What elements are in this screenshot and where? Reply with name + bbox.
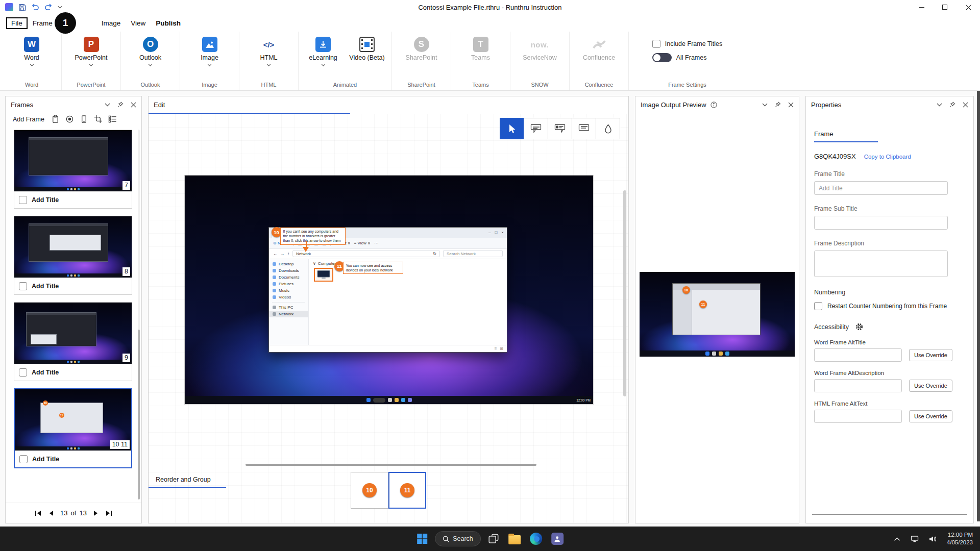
publish-powerpoint-button[interactable]: P PowerPoint — [67, 35, 116, 66]
frame-item-10-11[interactable]: 10 11 10 11 Add Title — [14, 388, 132, 468]
taskbar: Search 12:00 PM 4/05/2023 — [0, 527, 980, 551]
ribbon-group-servicenow: now. ServiceNow SNOW — [510, 32, 569, 90]
frame-item-9[interactable]: 9 Add Title — [14, 302, 132, 381]
next-page-button[interactable] — [93, 510, 99, 516]
frame-title-checkbox[interactable] — [19, 282, 27, 290]
publish-sharepoint-button[interactable]: S SharePoint — [397, 35, 446, 61]
frame-title-checkbox[interactable] — [19, 368, 27, 377]
search-icon — [443, 536, 449, 542]
chevron-down-icon — [937, 103, 942, 107]
frames-pin-button[interactable] — [117, 102, 124, 108]
publish-teams-button[interactable]: T Teams — [456, 35, 505, 61]
all-frames-toggle[interactable] — [652, 53, 672, 62]
menu-frame[interactable]: Frame — [28, 17, 58, 29]
publish-video-button[interactable]: Video (Beta) — [347, 35, 387, 61]
edit-canvas[interactable]: Network –□× ⊕ New ∨ ⇅ Sort ∨ ≡ View ∨ — [185, 176, 593, 404]
add-frame-paste-button[interactable] — [51, 115, 60, 123]
restart-numbering-checkbox[interactable] — [814, 302, 822, 310]
frame-subtitle-input[interactable] — [814, 216, 948, 230]
frames-close-button[interactable] — [131, 102, 136, 108]
reorder-thumb-11[interactable]: 11 — [388, 472, 426, 509]
callout-style-1-button[interactable] — [524, 118, 548, 139]
publish-image-button[interactable]: Image — [185, 35, 234, 66]
add-frame-list-button[interactable] — [108, 115, 117, 123]
menu-view[interactable]: View — [126, 17, 151, 29]
frame-title-checkbox[interactable] — [19, 455, 28, 463]
tab-frame[interactable]: Frame — [814, 130, 878, 142]
elearning-icon — [315, 37, 331, 52]
properties-pin-button[interactable] — [949, 102, 955, 108]
prev-page-button[interactable] — [48, 510, 54, 516]
maximize-button[interactable] — [933, 0, 957, 14]
publish-elearning-button[interactable]: eLearning — [303, 35, 344, 66]
taskbar-clock[interactable]: 12:00 PM 4/05/2023 — [945, 529, 975, 548]
word-alt-title-override-button[interactable]: Use Override — [909, 349, 952, 361]
word-alt-description-override-button[interactable]: Use Override — [909, 380, 952, 392]
publish-html-button[interactable]: </> HTML — [244, 35, 293, 66]
word-alt-title-input[interactable] — [814, 348, 902, 362]
frame-description-input[interactable] — [814, 251, 948, 277]
publish-outlook-button[interactable]: O Outlook — [126, 35, 175, 66]
reorder-thumb-10[interactable]: 10 — [351, 472, 388, 509]
frame-list-scrollbar[interactable] — [138, 130, 140, 499]
qat-dropdown-button[interactable] — [58, 6, 62, 9]
preview-collapse-button[interactable] — [762, 103, 768, 107]
html-alt-text-override-button[interactable]: Use Override — [909, 410, 952, 422]
menu-image[interactable]: Image — [96, 17, 126, 29]
volume-tray-button[interactable] — [927, 534, 939, 544]
frames-collapse-button[interactable] — [105, 103, 110, 107]
first-page-button[interactable] — [35, 510, 42, 516]
copy-to-clipboard-link[interactable]: Copy to Clipboard — [864, 154, 911, 160]
droplet-icon — [604, 124, 612, 134]
add-frame-region-button[interactable] — [94, 115, 103, 123]
group-label: SNOW — [531, 79, 548, 89]
menu-publish[interactable]: Publish — [151, 17, 186, 29]
menu-file[interactable]: File — [6, 17, 28, 29]
close-button[interactable] — [957, 0, 980, 14]
preview-pin-button[interactable] — [775, 102, 781, 108]
add-frame-device-button[interactable] — [80, 115, 88, 123]
undo-button[interactable] — [31, 4, 39, 11]
file-explorer-button[interactable] — [506, 532, 523, 546]
callout-10[interactable]: 10 If you can't see any computers and th… — [272, 227, 346, 244]
include-frame-titles-checkbox[interactable] — [652, 40, 660, 48]
select-tool-button[interactable] — [500, 118, 524, 139]
network-tray-button[interactable] — [909, 533, 921, 544]
add-frame-capture-button[interactable] — [65, 115, 74, 123]
add-title-label: Add Title — [32, 283, 59, 290]
ribbon-group-word: W Word Word — [2, 32, 61, 90]
edge-button[interactable] — [528, 531, 544, 547]
frame-title-input[interactable] — [814, 181, 948, 195]
word-alt-description-input[interactable] — [814, 379, 902, 392]
frame-item-7[interactable]: 7 Add Title — [14, 130, 132, 209]
publish-servicenow-button[interactable]: now. ServiceNow — [516, 35, 565, 61]
gear-icon[interactable] — [855, 322, 864, 331]
edit-vertical-scrollbar[interactable] — [623, 190, 626, 396]
callout-style-2-button[interactable] — [548, 118, 572, 139]
start-button[interactable] — [414, 531, 430, 546]
callout-11[interactable]: 11 You can now see and access devices on… — [334, 261, 403, 274]
minimize-icon — [919, 5, 924, 10]
edit-horizontal-scrollbar[interactable] — [246, 464, 536, 466]
properties-close-button[interactable] — [963, 102, 968, 108]
last-page-button[interactable] — [105, 510, 112, 516]
hidden-icons-button[interactable] — [892, 535, 902, 543]
taskbar-search[interactable]: Search — [435, 531, 481, 546]
preview-close-button[interactable] — [788, 102, 794, 108]
collapsed-panel-strip[interactable] — [977, 91, 980, 521]
frames-panel: Frames Add Frame 7 — [5, 96, 142, 523]
save-button[interactable] — [18, 4, 26, 11]
blur-tool-button[interactable] — [596, 118, 620, 139]
teams-button[interactable] — [549, 531, 566, 547]
publish-word-button[interactable]: W Word — [7, 35, 56, 66]
task-view-button[interactable] — [486, 531, 501, 546]
properties-collapse-button[interactable] — [937, 103, 942, 107]
frame-item-8[interactable]: 8 Add Title — [14, 216, 132, 295]
callout-style-3-button[interactable] — [572, 118, 596, 139]
redo-button[interactable] — [44, 4, 53, 11]
minimize-button[interactable] — [910, 0, 933, 14]
frame-title-checkbox[interactable] — [19, 196, 27, 204]
preview-marker-10: 10 — [682, 286, 690, 294]
publish-confluence-button[interactable]: Confluence — [575, 35, 624, 61]
html-alt-text-input[interactable] — [814, 410, 902, 423]
